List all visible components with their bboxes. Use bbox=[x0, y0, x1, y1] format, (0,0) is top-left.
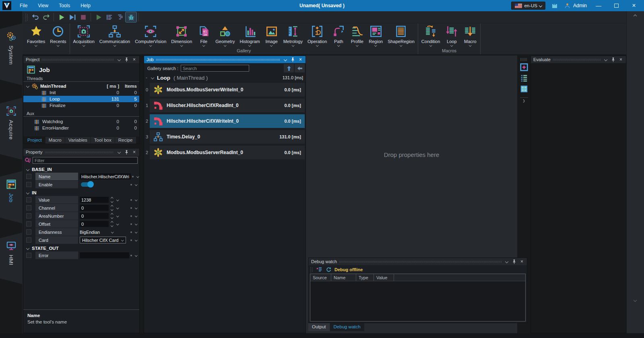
language-selector[interactable]: en-US bbox=[511, 2, 545, 10]
watch-column-source[interactable]: Source bbox=[310, 274, 331, 281]
property-row-error[interactable]: Error bbox=[23, 251, 139, 259]
maximize-button[interactable] bbox=[610, 2, 622, 9]
watch-column-type[interactable]: Type bbox=[356, 274, 374, 281]
close-button[interactable]: × bbox=[628, 2, 640, 9]
chevron-down-icon[interactable] bbox=[135, 223, 137, 225]
job-item-modbus-modbusserverreadint-0[interactable]: 2 Modbus.ModbusServerReadInt_0 0.0 [ms] bbox=[144, 146, 305, 159]
ribbon-item-region[interactable]: Region bbox=[366, 25, 385, 46]
sidebar-tab-job[interactable]: Job bbox=[0, 171, 22, 223]
pin-icon[interactable] bbox=[290, 57, 295, 62]
expand-panel-icon[interactable] bbox=[634, 299, 637, 302]
ribbon-item-computervision[interactable]: ComputerVision bbox=[132, 25, 169, 46]
close-icon[interactable]: × bbox=[618, 57, 623, 62]
property-checkbox[interactable] bbox=[26, 237, 31, 243]
pin-icon[interactable] bbox=[611, 57, 616, 62]
list-indent-button[interactable] bbox=[115, 12, 126, 22]
job-item-hilscher-hilschercifxwriteint-0[interactable]: 2 Hilscher.HilscherCifXWriteInt_0 0.0 [m… bbox=[144, 114, 305, 128]
property-checkbox[interactable] bbox=[26, 253, 31, 258]
ribbon-item-image[interactable]: Image bbox=[262, 25, 281, 46]
thread-root-row[interactable]: MainThread [ ms ] Items bbox=[23, 83, 139, 89]
property-checkbox[interactable] bbox=[26, 182, 31, 187]
property-group-state-out[interactable]: STATE_OUT bbox=[23, 245, 139, 251]
aux-row-errorhandler[interactable]: ErrorHandler 0 0 bbox=[23, 125, 139, 131]
property-row-offset[interactable]: Offset 0 bbox=[23, 220, 139, 228]
collapse-handle[interactable]: - bbox=[145, 75, 148, 80]
project-tab-recipe[interactable]: Recipe bbox=[115, 137, 136, 144]
text-input[interactable] bbox=[80, 252, 129, 258]
chevron-down-icon[interactable] bbox=[116, 223, 119, 225]
collapse-ribbon-icon[interactable] bbox=[634, 14, 637, 18]
ribbon-item-condition[interactable]: Condition bbox=[419, 25, 442, 46]
chevron-down-icon[interactable] bbox=[135, 206, 137, 209]
ribbon-item-acquisition[interactable]: Acquisition bbox=[71, 25, 97, 46]
property-row-card[interactable]: Card Hilscher CifX Card bbox=[23, 236, 139, 244]
property-checkbox[interactable] bbox=[26, 174, 31, 179]
refresh-icon[interactable] bbox=[326, 266, 332, 272]
project-tab-tool-box[interactable]: Tool box bbox=[91, 137, 115, 144]
chevron-down-icon[interactable] bbox=[504, 259, 509, 264]
binding-dot-icon[interactable] bbox=[130, 255, 132, 256]
property-group-base-in[interactable]: BASE_IN bbox=[23, 166, 139, 173]
ribbon-item-recents[interactable]: Recents bbox=[47, 25, 68, 46]
text-input[interactable]: Hilscher.HilscherCifXWri bbox=[80, 173, 131, 179]
close-icon[interactable]: × bbox=[519, 259, 524, 264]
menu-help[interactable]: Help bbox=[75, 3, 96, 8]
close-icon[interactable]: × bbox=[132, 57, 137, 62]
minimize-button[interactable]: — bbox=[592, 2, 605, 9]
ribbon-item-communication[interactable]: Communication bbox=[97, 25, 132, 46]
close-icon[interactable]: × bbox=[298, 57, 303, 62]
property-row-endianness[interactable]: Endianness BigEndian bbox=[23, 228, 139, 236]
chevron-down-icon[interactable] bbox=[603, 57, 608, 62]
overflow-icon[interactable]: ❯ bbox=[522, 99, 525, 103]
job-item-times-delay-0[interactable]: 3 Times.Delay_0 131.0 [ms] bbox=[144, 130, 305, 144]
binding-dot-icon[interactable] bbox=[130, 184, 132, 185]
chevron-down-icon[interactable] bbox=[136, 175, 139, 177]
undo-button[interactable] bbox=[30, 12, 41, 22]
dock-tab-output[interactable]: Output bbox=[308, 323, 330, 331]
ribbon-item-dimension[interactable]: Dimension bbox=[169, 25, 194, 46]
spinner-control[interactable] bbox=[110, 206, 114, 210]
property-panel-header[interactable]: Property × bbox=[23, 148, 139, 156]
add-button[interactable] bbox=[519, 62, 529, 72]
toolbar-grip[interactable] bbox=[310, 267, 313, 272]
thread-row-finalize[interactable]: Finalize 0 0 bbox=[23, 102, 139, 109]
list-view-button[interactable] bbox=[104, 12, 115, 22]
list-button[interactable] bbox=[519, 73, 529, 83]
binding-dot-icon[interactable] bbox=[130, 231, 132, 233]
ribbon-item-favorites[interactable]: Favorites bbox=[25, 25, 47, 46]
dropdown-select[interactable]: Hilscher CifX Card bbox=[80, 237, 126, 243]
menu-view[interactable]: View bbox=[33, 3, 54, 8]
chevron-down-icon[interactable] bbox=[116, 214, 119, 217]
project-panel-header[interactable]: Project × bbox=[23, 56, 139, 63]
chevron-down-icon[interactable] bbox=[135, 231, 137, 233]
job-item-modbus-modbusserverwriteint-0[interactable]: 0 Modbus.ModbusServerWriteInt_0 0.0 [ms] bbox=[144, 83, 305, 97]
property-checkbox[interactable] bbox=[26, 197, 31, 202]
dock-tab-debug-watch[interactable]: Debug watch bbox=[330, 323, 364, 331]
go-back-button[interactable] bbox=[295, 64, 305, 72]
binding-dot-icon[interactable] bbox=[130, 207, 132, 209]
chevron-down-icon[interactable] bbox=[116, 206, 119, 209]
chevron-down-icon[interactable] bbox=[116, 198, 119, 201]
spinner-control[interactable] bbox=[110, 214, 114, 218]
ribbon-item-loop[interactable]: Loop bbox=[442, 25, 461, 46]
watch-column-value[interactable]: Value bbox=[374, 274, 394, 281]
property-checkbox[interactable] bbox=[26, 221, 31, 227]
stop-button[interactable] bbox=[78, 12, 89, 22]
evaluate-panel-header[interactable]: Evaluate × bbox=[531, 56, 626, 63]
thread-row-loop[interactable]: Loop 131 5 bbox=[23, 96, 139, 102]
aux-row-watchdog[interactable]: Watchdog 0 0 bbox=[23, 118, 139, 125]
run-dim-button[interactable] bbox=[93, 12, 104, 22]
binding-dot-icon[interactable] bbox=[130, 215, 132, 217]
grid-button[interactable] bbox=[519, 84, 529, 94]
job-item-hilscher-hilschercifxreadint-0[interactable]: 1 Hilscher.HilscherCifXReadInt_0 0.0 [ms… bbox=[144, 99, 305, 112]
ribbon-item-operation[interactable]: Operation bbox=[305, 25, 329, 46]
spinner-control[interactable] bbox=[110, 198, 114, 202]
ribbon-item-path[interactable]: Path bbox=[329, 25, 348, 46]
chevron-down-icon[interactable] bbox=[135, 183, 137, 185]
job-panel-header[interactable]: Job × bbox=[144, 56, 305, 63]
chevron-down-icon[interactable] bbox=[111, 231, 114, 233]
debug-panel-header[interactable]: Debug watch × bbox=[309, 258, 527, 265]
number-input[interactable]: 0 bbox=[80, 221, 109, 227]
property-row-channel[interactable]: Channel 0 bbox=[23, 204, 139, 212]
debug-button[interactable] bbox=[126, 12, 136, 22]
